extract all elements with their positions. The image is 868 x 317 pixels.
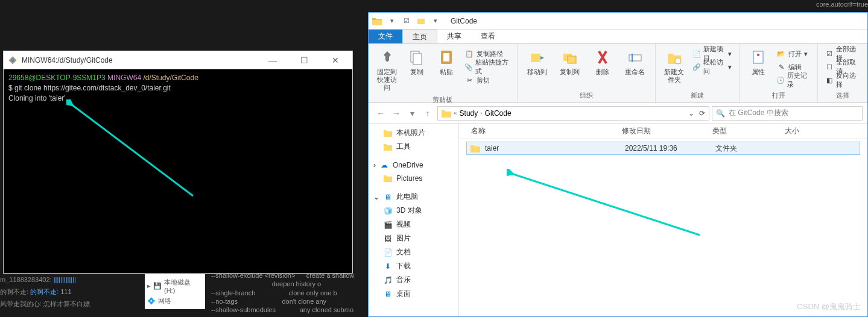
properties-icon [750, 49, 767, 66]
file-row-taier[interactable]: taier 2022/5/11 19:36 文件夹 [466, 142, 860, 155]
prompt-user: 29658@DESKTOP-9SSM1P3 [8, 74, 106, 82]
sidebar-item-photos[interactable]: 本机照片 [369, 126, 458, 140]
forward-button[interactable]: → [389, 108, 404, 118]
file-explorer-window: ▾ ☑ ▾ GitCode 文件 主页 共享 查看 固定到快速访问 复制 [368, 12, 868, 317]
copyto-icon [562, 49, 578, 66]
search-input[interactable]: 🔍 在 GitCode 中搜索 [712, 106, 863, 121]
newfolder-button[interactable]: 新建文件夹 [661, 46, 688, 85]
ribbon-group-new: 新建文件夹 📄新建项目▾ 🔗轻松访问▾ 新建 [656, 44, 740, 102]
minimize-button[interactable]: — [261, 55, 285, 65]
paste-icon [438, 49, 455, 66]
file-list[interactable]: taier 2022/5/11 19:36 文件夹 [459, 139, 867, 316]
tab-view[interactable]: 查看 [471, 30, 505, 43]
bg-line: 风带走我的心: 怎样才算不白嫖 [0, 298, 90, 310]
sidebar-item-pictures[interactable]: Pictures [369, 172, 458, 185]
quick-access-toolbar: ▾ ☑ ▾ [385, 14, 442, 28]
sidebar-item-pictures2[interactable]: 🖼图片 [369, 231, 458, 245]
qat-dropdown[interactable]: ▾ [429, 14, 442, 28]
sidebar-item-videos[interactable]: 🎬视频 [369, 218, 458, 231]
terminal-output[interactable]: 29658@DESKTOP-9SSM1P3 MINGW64 /d/Study/G… [4, 69, 352, 273]
up-button[interactable]: ↑ [420, 108, 435, 118]
maximize-button[interactable]: ☐ [292, 55, 316, 65]
column-headers: 名称 修改日期 类型 大小 [459, 124, 867, 139]
explorer-titlebar[interactable]: ▾ ☑ ▾ GitCode [369, 13, 867, 30]
command-text: git clone https://gitee.com/dtstack_dev_… [14, 84, 171, 92]
open-button[interactable]: 📂打开▾ [776, 48, 810, 60]
sidebar-item-tools[interactable]: 工具 [369, 140, 458, 154]
breadcrumb[interactable]: GitCode [485, 109, 512, 118]
sidebar-item-3d[interactable]: 🧊3D 对象 [369, 204, 458, 218]
easyaccess-button[interactable]: 🔗轻松访问▾ [692, 61, 732, 73]
pin-button[interactable]: 固定到快速访问 [373, 46, 401, 93]
column-type[interactable]: 类型 [708, 126, 780, 136]
ribbon-group-clipboard: 固定到快速访问 复制 粘贴 📋复制路径 📎粘贴快捷方式 ✂剪切 剪贴板 [369, 44, 518, 102]
watermark: CSDN @鬼鬼骑士 [797, 301, 861, 312]
ribbon: 固定到快速访问 复制 粘贴 📋复制路径 📎粘贴快捷方式 ✂剪切 剪贴板 [369, 44, 867, 103]
sidebar-item-onedrive[interactable]: ›☁OneDrive [369, 158, 458, 172]
qat-button[interactable]: ▾ [385, 14, 399, 28]
refresh-button[interactable]: ⟳ [699, 109, 705, 118]
file-type: 文件夹 [711, 143, 783, 154]
breadcrumb[interactable]: Study [460, 109, 478, 118]
clone-output: Cloning into 'taier'... [8, 93, 347, 104]
qat-properties[interactable]: ☑ [400, 14, 413, 28]
group-label: 组织 [522, 89, 650, 100]
svg-point-16 [757, 54, 759, 56]
sidebar-item-downloads[interactable]: ⬇下载 [369, 259, 458, 273]
copy-icon [408, 49, 425, 66]
recent-button[interactable]: ▾ [405, 108, 419, 118]
ribbon-group-organize: 移动到 复制到 删除 重命名 组织 [518, 44, 656, 102]
copy-button[interactable]: 复制 [403, 46, 430, 77]
ribbon-group-open: 属性 📂打开▾ ✎编辑 🕓历史记录 打开 [740, 44, 818, 102]
sidebar-item-thispc[interactable]: ⌄🖥此电脑 [369, 190, 458, 204]
properties-button[interactable]: 属性 [744, 46, 771, 77]
close-button[interactable]: ✕ [323, 55, 347, 65]
pasteshortcut-button[interactable]: 📎粘贴快捷方式 [464, 61, 510, 73]
qat-new[interactable] [414, 14, 428, 28]
svg-rect-4 [417, 19, 425, 24]
rename-button[interactable]: 重命名 [620, 46, 650, 77]
dropdown-button[interactable]: ⌄ [688, 109, 694, 118]
invertselect-button[interactable]: ◧反向选择 [825, 74, 860, 86]
network-item[interactable]: 💠网络 [147, 295, 203, 307]
bg-sidebar-text: m_11883283402: ||||||||||||| 的啊不走: 的啊不走:… [0, 274, 90, 310]
moveto-button[interactable]: 移动到 [522, 46, 553, 77]
tab-file[interactable]: 文件 [369, 30, 402, 43]
sidebar-item-documents[interactable]: 📄文档 [369, 245, 458, 259]
group-label: 选择 [823, 89, 862, 100]
file-name: taier [480, 144, 620, 152]
folder-icon [384, 143, 392, 151]
column-size[interactable]: 大小 [780, 126, 828, 136]
bg-terminal-top: core.autocrlf=true [816, 0, 868, 8]
svg-rect-15 [753, 51, 763, 63]
paste-button[interactable]: 粘贴 [432, 46, 460, 77]
newfolder-icon [666, 49, 683, 66]
folder-icon [442, 109, 451, 118]
disk-item[interactable]: ▸💾本地磁盘 (H:) [147, 277, 203, 295]
svg-rect-9 [531, 54, 540, 62]
git-bash-window: MINGW64:/d/Study/GitCode — ☐ ✕ 29658@DES… [3, 51, 353, 274]
bg-line: m_11883283402: ||||||||||||| [0, 274, 90, 286]
copyto-button[interactable]: 复制到 [555, 46, 585, 77]
address-bar[interactable]: « Study › GitCode ⌄⟳ [437, 106, 709, 121]
history-button[interactable]: 🕓历史记录 [776, 74, 810, 86]
file-date: 2022/5/11 19:36 [620, 144, 711, 152]
cut-button[interactable]: ✂剪切 [464, 74, 510, 86]
rename-icon [627, 49, 644, 66]
sidebar-item-desktop[interactable]: 🖥桌面 [369, 287, 458, 301]
navigation-bar: ← → ▾ ↑ « Study › GitCode ⌄⟳ 🔍 在 GitCode… [369, 103, 867, 124]
delete-button[interactable]: 删除 [588, 46, 618, 77]
sidebar-item-music[interactable]: 🎵音乐 [369, 273, 458, 287]
column-name[interactable]: 名称 [466, 126, 617, 136]
tab-home[interactable]: 主页 [402, 30, 437, 43]
titlebar[interactable]: MINGW64:/d/Study/GitCode — ☐ ✕ [4, 51, 352, 69]
navigation-pane[interactable]: 本机照片 工具 ›☁OneDrive Pictures ⌄🖥此电脑 🧊3D 对象… [369, 124, 459, 316]
prompt-symbol: $ [8, 84, 13, 92]
column-date[interactable]: 修改日期 [617, 126, 708, 136]
back-button[interactable]: ← [373, 108, 388, 118]
tab-share[interactable]: 共享 [437, 30, 471, 43]
svg-rect-12 [629, 55, 641, 61]
group-label: 新建 [661, 89, 734, 100]
prompt-path: /d/Study/GitCode [143, 74, 198, 82]
group-label: 打开 [744, 89, 813, 100]
